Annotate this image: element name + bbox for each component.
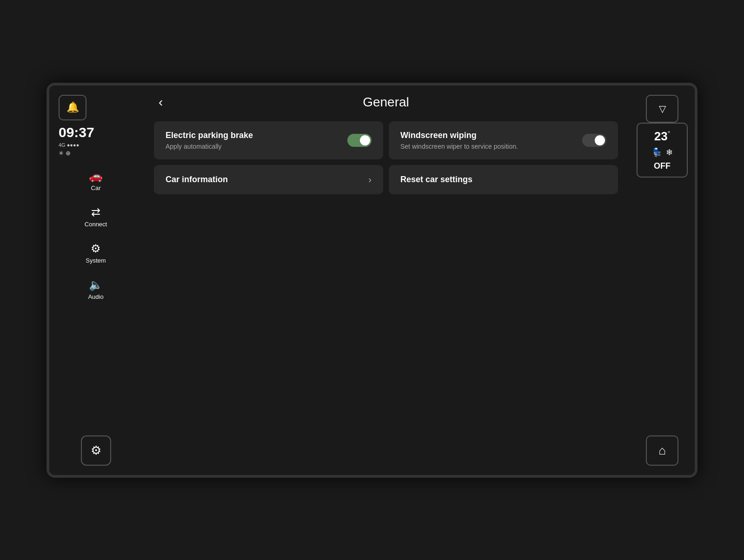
reset-car-settings-content: Reset car settings [400,175,472,184]
dropdown-button[interactable]: ▽ [646,95,678,123]
settings-grid: Electric parking brake Apply automatical… [154,121,618,194]
bluetooth-icon: ✳ [59,150,64,157]
electric-parking-brake-title: Electric parking brake [166,131,253,140]
back-button[interactable]: ‹ [154,92,167,112]
network-status: 4G ●●●● [59,142,79,148]
sidebar: 🔔 09:37 4G ●●●● ✳ ⊕ 🚗 Car ⇄ Conne [49,86,142,475]
connect-icon: ⇄ [91,206,100,219]
status-bar: 🔔 09:37 4G ●●●● ✳ ⊕ [54,95,138,157]
temperature-display: 23° [654,129,671,144]
right-panel: ▽ 23° 💺 ❄ OFF ⌂ [630,86,695,475]
car-information-title: Car information [166,175,228,184]
nav-item-connect-label: Connect [85,221,107,228]
reset-car-settings-title: Reset car settings [400,175,472,184]
home-icon: ⌂ [658,443,666,458]
climate-off-label: OFF [654,161,671,171]
page-title: General [363,95,409,110]
climate-icons: 💺 ❄ [652,147,673,158]
nav-items: 🚗 Car ⇄ Connect ⚙ System 🔈 Audio [54,166,138,304]
car-icon: 🚗 [89,170,103,183]
electric-parking-brake-toggle[interactable] [347,134,372,147]
nav-item-car-label: Car [91,184,101,191]
bell-button[interactable]: 🔔 [59,95,86,120]
settings-button[interactable]: ⚙ [81,435,111,466]
settings-gear-icon: ⚙ [91,443,101,458]
windscreen-wiping-toggle[interactable] [582,134,606,147]
temp-unit: ° [668,130,671,137]
windscreen-wiping-card[interactable]: Windscreen wiping Set windscreen wiper t… [389,121,618,159]
windscreen-toggle-knob [595,135,605,145]
windscreen-wiping-subtitle: Set windscreen wiper to service position… [400,143,518,150]
nav-item-connect[interactable]: ⇄ Connect [79,202,113,231]
windscreen-wiping-content: Windscreen wiping Set windscreen wiper t… [400,131,518,150]
car-screen: 🔔 09:37 4G ●●●● ✳ ⊕ 🚗 Car ⇄ Conne [46,83,698,478]
car-information-card[interactable]: Car information › [154,165,383,194]
home-button[interactable]: ⌂ [646,435,678,466]
chevron-right-icon: › [368,174,372,185]
screen-content: 🔔 09:37 4G ●●●● ✳ ⊕ 🚗 Car ⇄ Conne [49,86,695,475]
back-icon: ‹ [159,95,163,109]
dropdown-icon: ▽ [659,103,666,114]
toggle-knob [360,135,370,145]
electric-parking-brake-subtitle: Apply automatically [166,143,253,150]
bell-icon: 🔔 [66,101,79,113]
windscreen-wiping-title: Windscreen wiping [400,131,518,140]
climate-panel: 23° 💺 ❄ OFF [637,123,688,178]
defrost-icon: ❄ [666,147,673,158]
temperature-value: 23 [654,129,668,143]
car-information-content: Car information [166,175,228,184]
nav-item-car[interactable]: 🚗 Car [83,166,108,195]
electric-parking-brake-card[interactable]: Electric parking brake Apply automatical… [154,121,383,159]
bluetooth-icons: ✳ ⊕ [59,150,71,157]
nav-item-audio[interactable]: 🔈 Audio [82,275,109,304]
electric-parking-brake-content: Electric parking brake Apply automatical… [166,131,253,150]
nav-item-system-label: System [86,257,106,264]
nav-item-audio-label: Audio [88,293,103,300]
audio-icon: 🔈 [89,278,103,291]
system-icon: ⚙ [91,242,101,255]
nav-item-system[interactable]: ⚙ System [80,238,111,268]
header: ‹ General [154,95,618,110]
time-display: 09:37 [59,125,94,140]
seat-heat-icon: 💺 [652,147,662,158]
main-content: ‹ General Electric parking brake Apply a… [142,86,630,475]
reset-car-settings-card[interactable]: Reset car settings [389,165,618,194]
network-text: 4G ●●●● [59,142,79,148]
wifi-icon: ⊕ [66,150,71,157]
